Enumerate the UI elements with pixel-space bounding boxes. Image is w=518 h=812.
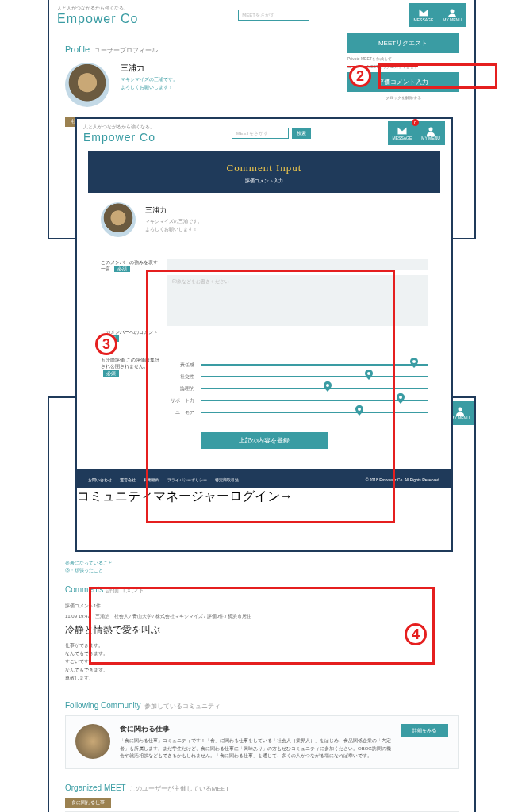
brand-block: 人と人がつながるから強くなる。 Empower Co — [57, 5, 138, 26]
svg-point-1 — [459, 408, 462, 412]
slider-track[interactable] — [201, 400, 428, 401]
tiny-links: 参考になっていること ③・頑張ったこと — [49, 560, 474, 574]
slider-track[interactable] — [201, 364, 428, 366]
slider-pin-icon[interactable] — [324, 381, 332, 391]
user-name: 三浦力 — [121, 63, 178, 74]
search-button[interactable]: 検索 — [292, 128, 311, 139]
svg-point-2 — [428, 128, 432, 132]
brand-name[interactable]: Empower Co — [83, 131, 155, 144]
community-thumb — [75, 724, 110, 759]
community-name: 食に関わる仕事 — [120, 724, 391, 734]
message-icon[interactable]: MESSAGE — [409, 3, 438, 27]
brand-name[interactable]: Empower Co — [57, 12, 138, 26]
comment-body: 仕事ができます。 なんでもできます。 すごいです。 なんでもできます。 尊敬しま… — [65, 642, 459, 682]
top-nav: 人と人がつながるから強くなる。 Empower Co MEETをさがす MESS… — [49, 0, 474, 30]
comments-count: 評価コメント1件 — [65, 603, 459, 610]
strength-input[interactable] — [167, 259, 428, 270]
block-note[interactable]: ブロックを解除する — [347, 95, 459, 100]
search-input[interactable]: MEETをさがす — [238, 10, 309, 21]
form-panel: このメンバーの強みを表す一言 必須 印象などをお書きください このメンバーへのコ… — [88, 247, 440, 465]
hero-banner: Comment Input 評価コメント入力 — [88, 151, 440, 193]
screenshot-comment-input: 人と人がつながるから強くなる。 Empower Co MEETをさがす 検索 M… — [75, 117, 453, 552]
connector-line — [0, 615, 89, 615]
organized-heading: Organized MEETこのユーザーが主催しているMEET — [49, 783, 474, 793]
svg-point-0 — [450, 10, 454, 13]
nav-icons: MESSAGE MY MENU — [409, 3, 466, 27]
hero-subtitle: 評価コメント入力 — [88, 178, 440, 185]
slider-track[interactable] — [201, 388, 428, 389]
svg-point-7 — [358, 408, 361, 411]
slider-track[interactable] — [201, 376, 428, 377]
meet-request-button[interactable]: MEETリクエスト — [347, 33, 459, 53]
hero-title: Comment Input — [88, 162, 440, 174]
required-badge: 必須 — [114, 266, 130, 272]
slider-サポート力[interactable]: サポート力 — [167, 397, 428, 404]
slider-ユーモア[interactable]: ユーモア — [167, 409, 428, 416]
slider-責任感[interactable]: 責任感 — [167, 362, 428, 369]
brand-tagline: 人と人がつながるから強くなる。 — [57, 5, 138, 12]
callout-2: 2 — [349, 65, 371, 87]
top-nav: 人と人がつながるから強くなる。 Empower Co MEETをさがす 検索 M… — [77, 119, 451, 147]
mini-profile-panel: 三浦力 マキシマイズの三浦です。 よろしくお願いします！ — [88, 193, 440, 247]
community-card[interactable]: 食に関わる仕事 「食に関わる仕事」コミュニティです！「食」に関わる仕事をしている… — [65, 715, 459, 769]
comments-heading: Comments評価コメント — [49, 585, 474, 595]
slider-track[interactable] — [201, 412, 428, 413]
message-icon[interactable]: MESSAGE 0 — [388, 121, 416, 145]
manager-login-link[interactable]: コミュニティマネージャーログイン→ — [77, 489, 293, 503]
svg-point-5 — [326, 384, 329, 387]
footer-copy: © 2018 Empower Co. All Rights Reserved. — [366, 477, 440, 482]
avatar — [101, 202, 136, 237]
community-desc: 「食に関わる仕事」コミュニティです！「食」に関わる仕事をしている「社会人（業界人… — [120, 737, 391, 760]
comment-meta: 11/09 19:47 三浦治 社会人 / 青山大学 / 株式会社マキシマイズ … — [65, 613, 459, 620]
svg-point-3 — [412, 360, 416, 363]
avatar — [65, 63, 109, 107]
svg-point-4 — [367, 372, 370, 375]
private-note: Private MEETを作成して — [347, 56, 459, 61]
svg-point-6 — [399, 396, 402, 399]
following-heading: Following Community参加しているコミュニティ — [49, 701, 474, 710]
submit-button[interactable]: 上記の内容を登録 — [201, 432, 328, 449]
slider-pin-icon[interactable] — [397, 393, 405, 403]
mymenu-icon[interactable]: MY MENU — [416, 121, 445, 145]
slider-論理的[interactable]: 論理的 — [167, 385, 428, 393]
row-rating: 五段階評価 この評価は集計され公開されません。 必須 責任感社交性論理的サポート… — [101, 357, 428, 421]
badge-count: 0 — [412, 119, 419, 126]
search-input[interactable]: MEETをさがす — [232, 128, 289, 139]
comment-textarea[interactable]: 印象などをお書きください — [167, 275, 428, 326]
row-comment-label: このメンバーへのコメント 必須 — [101, 329, 428, 343]
callout-4: 4 — [405, 623, 427, 645]
footer: お問い合わせ 運営会社 利用規約 プライバシーポリシー 特定商取引法 © 201… — [77, 469, 451, 488]
slider-pin-icon[interactable] — [365, 369, 373, 379]
mymenu-icon[interactable]: MY MENU — [438, 3, 466, 27]
callout-3: 3 — [95, 333, 117, 355]
community-more-button[interactable]: 詳細をみる — [401, 724, 448, 737]
row-strength: このメンバーの強みを表す一言 必須 印象などをお書きください — [101, 259, 428, 326]
footer-links: お問い合わせ 運営会社 利用規約 プライバシーポリシー 特定商取引法 — [88, 477, 239, 482]
slider-pin-icon[interactable] — [355, 404, 363, 415]
slider-社交性[interactable]: 社交性 — [167, 373, 428, 381]
slider-pin-icon[interactable] — [410, 357, 418, 367]
org-tag: 食に関わる仕事 — [65, 798, 111, 808]
comment-title: 冷静と情熱で愛を叫ぶ — [65, 623, 459, 637]
